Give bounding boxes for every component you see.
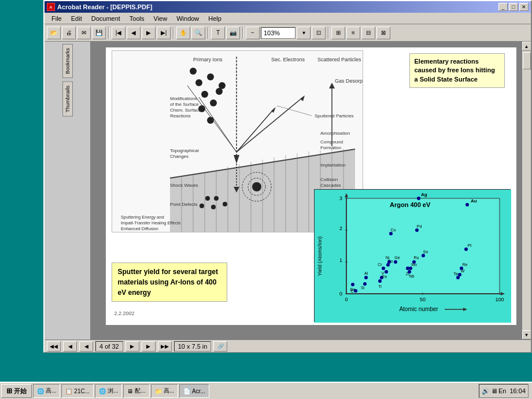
email-button[interactable]: ✉ <box>77 27 91 39</box>
taskbar-item-5[interactable]: 📄 Acr... <box>179 384 209 398</box>
svg-text:Chem. Surface: Chem. Surface <box>170 108 201 113</box>
zoom-dropdown-button[interactable]: ▾ <box>297 27 311 39</box>
svg-point-100 <box>364 276 368 279</box>
back-status-button[interactable]: ◀ <box>63 341 77 352</box>
taskbar-item-0[interactable]: 🌐 高... <box>33 384 60 398</box>
svg-point-40 <box>223 202 227 206</box>
hand-tool-button[interactable]: ✋ <box>176 27 190 39</box>
snapshot-button[interactable]: 📷 <box>226 27 240 39</box>
svg-point-43 <box>200 204 204 208</box>
taskbar-label-5: Acr... <box>192 388 205 394</box>
toolbar-sep-5 <box>328 27 329 39</box>
svg-text:Nb: Nb <box>409 274 414 278</box>
start-button[interactable]: ⊞ 开始 <box>1 384 32 398</box>
menu-tools[interactable]: Tools <box>125 14 149 23</box>
svg-line-21 <box>237 97 303 152</box>
svg-point-39 <box>214 196 219 201</box>
zoom-in-button[interactable]: 🔍 <box>191 27 205 39</box>
last-status-button[interactable]: ▶▶ <box>158 341 172 352</box>
svg-text:Collision: Collision <box>320 177 338 182</box>
taskbar-item-1[interactable]: 📋 21C... <box>61 384 94 398</box>
svg-marker-33 <box>329 83 335 88</box>
svg-text:Cascades: Cascades <box>320 183 341 188</box>
open-button[interactable]: 📂 <box>47 27 61 39</box>
svg-point-98 <box>354 289 357 293</box>
title-bar-left: A Acrobat Reader - [DEPPIS.PDF] <box>47 3 152 11</box>
date-label: 2.2.2002 <box>114 311 135 316</box>
svg-text:Sn: Sn <box>423 250 428 254</box>
next-page-button[interactable]: ▶ <box>142 27 156 39</box>
prev-page-status-button[interactable]: ◀◀ <box>47 341 61 352</box>
pdf-page: Elementary reactions caused by free Ions… <box>106 47 516 325</box>
zoom-input[interactable]: 103% <box>261 27 295 39</box>
svg-point-104 <box>378 279 382 283</box>
taskbar-icon-0: 🌐 <box>37 388 44 394</box>
zoom-out-button[interactable]: − <box>246 27 260 39</box>
thumbnails-tab[interactable]: Thumbnails <box>62 82 73 117</box>
svg-point-138 <box>460 267 463 270</box>
next2-status-button[interactable]: ▶ <box>142 341 156 352</box>
next-status-button[interactable]: ▶ <box>125 341 139 352</box>
print-button[interactable]: 🖨 <box>62 27 76 39</box>
svg-point-128 <box>415 228 419 232</box>
svg-text:Pt: Pt <box>467 243 471 247</box>
minimize-button[interactable]: _ <box>498 3 508 11</box>
taskbar-item-3[interactable]: 🖥 配... <box>123 384 149 398</box>
taskbar-item-2[interactable]: 🌐 浏... <box>95 384 122 398</box>
svg-text:Point Defects: Point Defects <box>170 202 198 207</box>
taskbar-label-2: 浏... <box>108 387 118 395</box>
nav-button-3[interactable]: ⊟ <box>361 27 375 39</box>
close-button[interactable]: ✕ <box>519 3 529 11</box>
taskbar-label-4: 高... <box>164 387 174 395</box>
menu-edit[interactable]: Edit <box>66 14 87 23</box>
nav-button-2[interactable]: ≡ <box>346 27 360 39</box>
sputter-chart: Argon 400 eV Yield (Atoms/Ion) 0 1 2 3 <box>314 189 511 322</box>
svg-text:Changes: Changes <box>170 154 189 159</box>
svg-text:Shock Waves: Shock Waves <box>170 183 198 188</box>
scroll-thumb[interactable] <box>523 52 531 69</box>
window-title: Acrobat Reader - [DEPPIS.PDF] <box>57 3 152 10</box>
prev-page-button[interactable]: ◀ <box>127 27 141 39</box>
menu-help[interactable]: Help <box>204 14 226 23</box>
svg-text:Argon 400 eV: Argon 400 eV <box>390 201 431 208</box>
nav-button-1[interactable]: ⊞ <box>331 27 345 39</box>
taskbar-right: 🔊 🖥 En 16:04 <box>479 384 531 398</box>
menu-window[interactable]: Window <box>172 14 204 23</box>
svg-text:Compound: Compound <box>320 139 343 145</box>
svg-text:Fe: Fe <box>382 275 386 279</box>
sys-tray: 🔊 🖥 En 16:04 <box>479 384 529 398</box>
taskbar-icon-1: 📋 <box>65 388 72 394</box>
last-page-button[interactable]: ▶| <box>157 27 171 39</box>
maximize-button[interactable]: □ <box>509 3 518 11</box>
title-bar-buttons: _ □ ✕ <box>498 3 529 11</box>
svg-point-114 <box>387 260 391 264</box>
svg-text:Yield (Atoms/Ion): Yield (Atoms/Ion) <box>317 237 323 276</box>
svg-text:Impatt-Transfer Healing Effect: Impatt-Transfer Healing Effects <box>121 220 181 226</box>
menu-file[interactable]: File <box>47 14 66 23</box>
link-status-button[interactable]: 🔗 <box>213 341 227 352</box>
bookmarks-tab[interactable]: Bookmarks <box>62 44 73 78</box>
svg-text:Modifications: Modifications <box>170 96 197 101</box>
nav-button-4[interactable]: ⊠ <box>376 27 390 39</box>
taskbar-icon-5: 📄 <box>183 388 190 394</box>
toolbar-sep-2 <box>173 27 174 39</box>
prev-status-button[interactable]: ◀ <box>79 341 93 352</box>
scroll-up-button[interactable]: ▲ <box>522 42 531 51</box>
svg-text:Au: Au <box>471 198 477 204</box>
svg-point-126 <box>412 260 416 264</box>
svg-point-140 <box>464 247 468 251</box>
svg-text:Enhanced Diffusion: Enhanced Diffusion <box>121 226 158 231</box>
taskbar-item-4[interactable]: 📁 高... <box>151 384 178 398</box>
fit-page-button[interactable]: ⊡ <box>312 27 326 39</box>
scroll-down-button[interactable]: ▼ <box>522 330 531 339</box>
select-button[interactable]: T <box>211 27 225 39</box>
menu-view[interactable]: View <box>149 14 172 23</box>
svg-point-116 <box>389 232 393 235</box>
sputter-yield-label: Sputter yield for several target materia… <box>112 263 227 302</box>
save-button[interactable]: 💾 <box>92 27 106 39</box>
first-page-button[interactable]: |◀ <box>112 27 125 39</box>
svg-text:1: 1 <box>339 257 342 263</box>
toolbar: 📂 🖨 ✉ 💾 |◀ ◀ ▶ ▶| ✋ 🔍 T 📷 − 103% ▾ ⊡ ⊞ ≡… <box>45 24 531 42</box>
menu-document[interactable]: Document <box>87 14 125 23</box>
svg-text:Al: Al <box>364 271 368 275</box>
